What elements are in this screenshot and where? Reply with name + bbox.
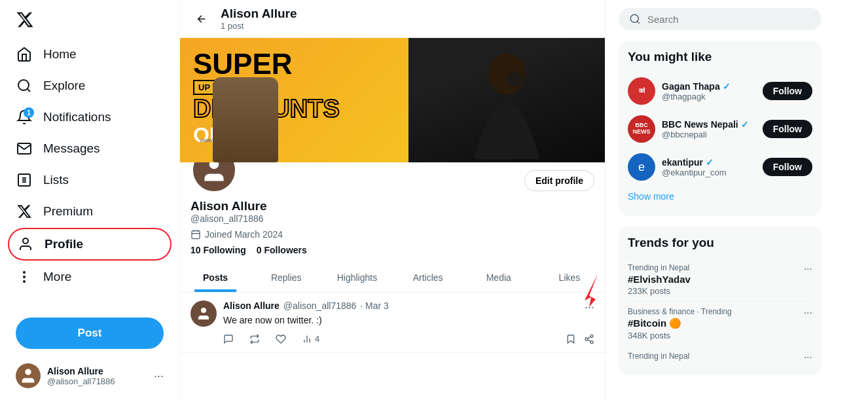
profile-name: Alison Allure [190, 199, 594, 213]
sugg-avatar-0: कां [628, 77, 655, 105]
following-label: Following [203, 245, 245, 255]
header-title: Alison Allure [221, 7, 297, 21]
tweet-header: Alison Allure @alison_all71886 · Mar 3 [223, 300, 389, 311]
lists-icon [16, 172, 33, 189]
tab-articles[interactable]: Articles [393, 263, 463, 292]
follow-button-0[interactable]: Follow [763, 82, 812, 100]
right-actions [566, 334, 594, 344]
sidebar-item-label-home: Home [43, 47, 77, 62]
premium-icon [16, 203, 33, 220]
trends-title: Trends for you [628, 236, 812, 250]
following-count: 10 [190, 245, 201, 255]
svg-point-5 [23, 238, 28, 244]
following-stat[interactable]: 10 Following [190, 245, 246, 255]
tab-replies[interactable]: Replies [251, 263, 321, 292]
jacket-image [213, 77, 278, 162]
sugg-avatar-1: BBCNEWS [628, 115, 655, 143]
svg-point-9 [25, 369, 31, 375]
sidebar-item-notifications[interactable]: 1 Notifications [8, 102, 172, 132]
notification-badge: 1 [24, 107, 34, 118]
edit-profile-button[interactable]: Edit profile [524, 170, 594, 191]
header-subtitle: 1 post [221, 21, 297, 31]
share-action[interactable] [584, 334, 594, 344]
sugg-name-0: Gagan Thapa ✓ [662, 81, 756, 92]
trend-name-1[interactable]: #Bitcoin 🟠 [628, 318, 812, 329]
retweet-action[interactable] [249, 334, 260, 344]
more-icon [16, 268, 33, 285]
followers-stat[interactable]: 0 Followers [257, 245, 307, 255]
notifications-icon: 1 [16, 109, 33, 126]
follow-button-2[interactable]: Follow [763, 158, 812, 176]
person-image [408, 38, 605, 162]
svg-point-21 [590, 335, 593, 337]
sidebar-item-lists[interactable]: Lists [8, 165, 172, 195]
profile-icon [17, 236, 34, 253]
tweet-more-container: ··· [585, 300, 594, 314]
trend-item-1: Business & finance · Trending #Bitcoin 🟠… [628, 302, 812, 346]
profile-stats: 10 Following 0 Followers [190, 245, 594, 255]
trend-category-2: Trending in Nepal [628, 352, 812, 361]
sidebar-item-messages[interactable]: Messages [8, 134, 172, 164]
sugg-name-1: BBC News Nepali ✓ [662, 119, 756, 130]
tab-highlights[interactable]: Highlights [321, 263, 392, 292]
tweet-avatar [190, 300, 217, 327]
verified-icon-0: ✓ [723, 81, 731, 92]
user-info: Alison Allure @alison_all71886 [47, 366, 147, 386]
sidebar-item-profile[interactable]: Profile [8, 228, 172, 261]
views-action[interactable]: 4 [302, 334, 319, 344]
tab-posts[interactable]: Posts [180, 263, 251, 292]
header-title-block: Alison Allure 1 post [221, 7, 297, 31]
bookmark-action[interactable] [566, 334, 576, 344]
twitter-logo[interactable] [8, 5, 172, 37]
search-bar[interactable] [619, 8, 822, 30]
messages-icon [16, 140, 33, 157]
svg-point-11 [507, 71, 522, 87]
tweet-author: Alison Allure [223, 300, 280, 311]
sidebar-item-label-profile: Profile [45, 237, 83, 251]
profile-meta: Joined March 2024 [190, 229, 594, 240]
search-input[interactable] [647, 14, 811, 25]
trend-more-1[interactable]: ··· [804, 307, 812, 319]
sidebar-item-home[interactable]: Home [8, 39, 172, 69]
sidebar: Home Explore 1 Notifications Messages [0, 0, 180, 400]
back-button[interactable] [190, 8, 213, 30]
tab-media[interactable]: Media [463, 263, 534, 292]
sugg-info-2: ekantipur ✓ @ekantipur_com [662, 157, 756, 177]
sidebar-item-label-lists: Lists [43, 173, 69, 187]
verified-icon-1: ✓ [741, 119, 749, 130]
avatar [16, 363, 41, 388]
sugg-avatar-2: e [628, 153, 655, 181]
svg-rect-13 [192, 231, 200, 239]
trend-item-2: Trending in Nepal ··· [628, 346, 812, 366]
followers-label: Followers [264, 245, 306, 255]
user-handle: @alison_all71886 [47, 376, 147, 386]
sidebar-item-explore[interactable]: Explore [8, 71, 172, 101]
post-button[interactable]: Post [16, 318, 164, 349]
sidebar-user[interactable]: Alison Allure @alison_all71886 ··· [8, 357, 172, 395]
joined-date: Joined March 2024 [205, 229, 283, 240]
user-name: Alison Allure [47, 366, 147, 376]
reply-action[interactable] [223, 334, 234, 344]
like-action[interactable] [276, 334, 286, 344]
sidebar-item-label-explore: Explore [43, 79, 85, 93]
person-dark-bg [408, 38, 605, 162]
profile-avatar-section: Edit profile [180, 162, 605, 194]
tweet-actions: 4 [223, 334, 594, 344]
sidebar-item-label-notifications: Notifications [43, 110, 111, 124]
trend-more-0[interactable]: ··· [804, 263, 812, 275]
tweet-header-row: Alison Allure @alison_all71886 · Mar 3 ·… [223, 300, 594, 314]
show-more-link[interactable]: Show more [628, 186, 812, 207]
trend-name-0[interactable]: #ElvishYadav [628, 274, 812, 285]
sugg-info-1: BBC News Nepali ✓ @bbcnepali [662, 119, 756, 139]
sidebar-item-premium[interactable]: Premium [8, 196, 172, 227]
trend-more-2[interactable]: ··· [804, 352, 812, 363]
follow-button-1[interactable]: Follow [763, 120, 812, 138]
tweet-handle: @alison_all71886 [283, 300, 357, 311]
sidebar-item-more[interactable]: More [8, 262, 172, 292]
sugg-handle-1: @bbcnepali [662, 130, 756, 139]
svg-point-6 [24, 276, 25, 278]
svg-line-25 [588, 336, 591, 338]
svg-point-26 [630, 14, 638, 22]
svg-point-23 [590, 340, 593, 343]
explore-icon [16, 77, 33, 94]
